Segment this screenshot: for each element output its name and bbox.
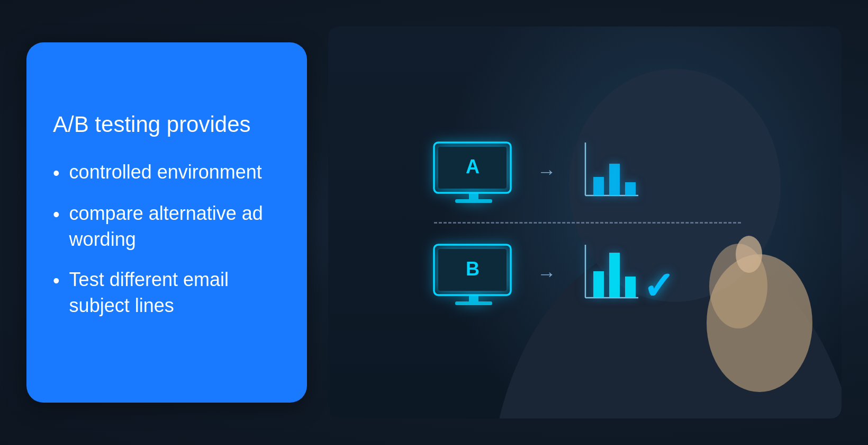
bullet-item-1: • controlled environment — [53, 159, 281, 186]
svg-text:B: B — [466, 258, 480, 280]
bullet-dot-1: • — [53, 161, 60, 186]
svg-rect-12 — [593, 177, 604, 195]
svg-rect-18 — [469, 295, 478, 301]
svg-text:A: A — [466, 156, 480, 177]
page-container: A/B testing provides • controlled enviro… — [0, 0, 868, 445]
bullet-text-3: Test different email subject lines — [69, 267, 281, 318]
svg-rect-19 — [455, 301, 492, 305]
bullet-dot-2: • — [53, 202, 60, 228]
chart-check-group: ✓ — [575, 239, 674, 308]
svg-rect-9 — [455, 199, 492, 203]
svg-rect-13 — [609, 164, 620, 195]
left-info-card: A/B testing provides • controlled enviro… — [26, 42, 307, 403]
bar-chart-b — [575, 239, 644, 308]
ab-diagram: A → — [429, 137, 741, 308]
card-heading: A/B testing provides — [53, 111, 281, 138]
bullet-text-1: controlled environment — [69, 159, 262, 185]
test-row-a: A → — [429, 137, 644, 206]
right-panel: A → — [328, 26, 842, 419]
bullet-dot-3: • — [53, 268, 60, 294]
content-wrapper: A/B testing provides • controlled enviro… — [26, 26, 842, 419]
bullet-item-2: • compare alternative ad wording — [53, 201, 281, 252]
svg-rect-23 — [609, 253, 620, 298]
checkmark-icon: ✓ — [643, 264, 674, 308]
test-row-b: B → — [429, 239, 674, 308]
svg-rect-22 — [593, 271, 604, 298]
bullet-item-3: • Test different email subject lines — [53, 267, 281, 318]
bullet-text-2: compare alternative ad wording — [69, 201, 281, 252]
bar-chart-a — [575, 137, 644, 206]
monitor-b-icon: B — [429, 239, 519, 308]
svg-rect-24 — [625, 277, 636, 298]
dashed-divider — [434, 222, 741, 224]
arrow-b-icon: → — [537, 263, 556, 285]
bullet-list: • controlled environment • compare alter… — [53, 159, 281, 334]
monitor-a-icon: A — [429, 137, 519, 206]
arrow-a-icon: → — [537, 161, 556, 183]
diagram-container: A → — [400, 69, 770, 376]
svg-rect-14 — [625, 182, 636, 195]
svg-rect-8 — [469, 193, 478, 199]
